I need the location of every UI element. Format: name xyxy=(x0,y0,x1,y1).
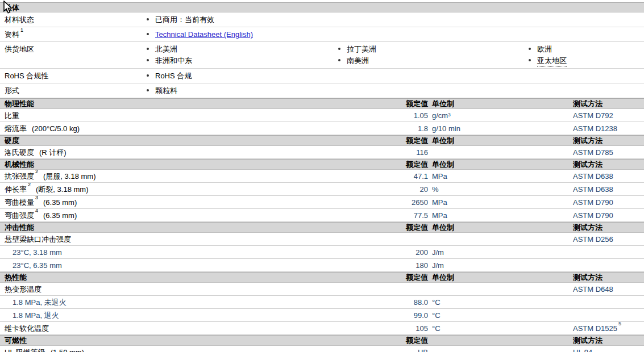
test-method-header: 测试方法 xyxy=(572,336,644,345)
section-title: 物理性能 xyxy=(0,99,401,108)
test-method-header: 测试方法 xyxy=(572,160,644,169)
test-method-text: ASTM D256 xyxy=(573,235,613,244)
test-method-text: ASTM D790 xyxy=(573,198,613,207)
rated-value-header: 额定值 xyxy=(401,136,428,145)
property-condition: (屈服, 3.18 mm) xyxy=(43,172,95,181)
section-header: 机械性能额定值单位制测试方法 xyxy=(0,159,644,170)
section-title: 可燃性 xyxy=(0,336,401,345)
test-method-header: 测试方法 xyxy=(572,223,644,232)
property-label-text: 热变形温度 xyxy=(5,285,41,294)
bullet-icon xyxy=(529,48,531,50)
test-method-text: ASTM D1238 xyxy=(573,124,617,133)
bullet-item: Technical Datasheet (English) xyxy=(147,29,338,40)
property-label: 23°C, 3.18 mm xyxy=(0,246,401,258)
property-label: RoHS 合规性 xyxy=(0,70,147,81)
property-value: 77.5 xyxy=(401,209,428,221)
unit-system-header: 单位制 xyxy=(428,273,572,282)
property-label: 熔流率(200°C/5.0 kg) xyxy=(0,123,401,135)
property-condition: (6.35 mm) xyxy=(43,211,77,220)
property-label-text: UL 阻燃等级 xyxy=(5,348,45,352)
property-label-text: 形式 xyxy=(5,86,19,95)
property-condition: (R 计秤) xyxy=(39,148,67,157)
rated-value-header: 额定值 xyxy=(401,336,428,345)
property-row: 弯曲模量3(6.35 mm)2650MPaASTM D790 xyxy=(0,196,644,209)
footnote-sup: 4 xyxy=(35,208,38,213)
property-label: 抗张强度2(屈服, 3.18 mm) xyxy=(0,170,401,182)
property-label: 形式 xyxy=(0,85,147,96)
general-row: 资料1Technical Datasheet (English) xyxy=(0,27,644,42)
property-label: 比重 xyxy=(0,110,401,121)
property-value: 116 xyxy=(401,146,428,158)
footnote-sup: 2 xyxy=(28,182,31,187)
bullet-item: RoHS 合规 xyxy=(147,70,338,82)
property-label: 维卡软化温度 xyxy=(0,322,401,334)
property-row: 维卡软化温度105°CASTM D15255 xyxy=(0,322,644,335)
property-condition: (6.35 mm) xyxy=(43,198,77,207)
bullet-icon xyxy=(338,48,340,50)
bullet-column: Technical Datasheet (English) xyxy=(147,29,338,40)
property-label-text: 洛氏硬度 xyxy=(5,148,34,157)
test-method-header: 测试方法 xyxy=(572,273,644,282)
rated-value-header: 额定值 xyxy=(401,273,428,282)
property-value: 1.05 xyxy=(401,110,428,121)
property-condition: (断裂, 3.18 mm) xyxy=(36,185,88,194)
bullet-icon xyxy=(338,59,340,61)
property-label: 弯曲强度4(6.35 mm) xyxy=(0,209,401,221)
property-row: 伸长率2(断裂, 3.18 mm)20%ASTM D638 xyxy=(0,183,644,196)
test-method: ASTM D15255 xyxy=(572,322,644,334)
property-label: 1.8 MPa, 退火 xyxy=(0,309,401,321)
property-label: 弯曲模量3(6.35 mm) xyxy=(0,196,401,208)
unit-system-header: 单位制 xyxy=(428,223,572,232)
bullet-icon xyxy=(147,33,149,35)
test-method-text: ASTM D1525 xyxy=(573,324,617,333)
bullet-item: 颗粒料 xyxy=(147,85,338,97)
property-row: 1.8 MPa, 未退火88.0°C xyxy=(0,296,644,309)
material-datasheet: 总体 材料状态已商用：当前有效资料1Technical Datasheet (E… xyxy=(0,0,644,352)
test-method: UL 94 xyxy=(572,346,644,352)
property-row: 热变形温度ASTM D648 xyxy=(0,283,644,296)
property-label-text: 弯曲模量 xyxy=(5,198,34,207)
bullet-column: 拉丁美洲南美洲 xyxy=(338,44,529,66)
bullet-icon xyxy=(147,18,149,20)
bullet-item: 已商用：当前有效 xyxy=(147,14,338,26)
test-method-text: ASTM D638 xyxy=(573,172,613,181)
bullet-icon xyxy=(147,74,149,77)
section-header: 物理性能额定值单位制测试方法 xyxy=(0,98,644,109)
property-value: 88.0 xyxy=(401,296,428,308)
unit-system-header: 单位制 xyxy=(428,136,572,145)
property-label-text: 1.8 MPa, 退火 xyxy=(13,311,59,320)
property-label: 伸长率2(断裂, 3.18 mm) xyxy=(0,183,401,195)
property-label: 洛氏硬度(R 计秤) xyxy=(0,146,401,158)
property-row: 熔流率(200°C/5.0 kg)1.8g/10 minASTM D1238 xyxy=(0,122,644,135)
general-row: 供货地区北美洲非洲和中东拉丁美洲南美洲欧洲亚太地区 xyxy=(0,42,644,69)
unit-system-header: 单位制 xyxy=(428,99,572,108)
bullet-column: 颗粒料 xyxy=(147,85,338,97)
datasheet-link[interactable]: Technical Datasheet (English) xyxy=(155,29,253,40)
bullet-icon xyxy=(147,59,149,61)
bullet-icon xyxy=(147,89,149,91)
bullet-icon xyxy=(147,48,149,50)
property-label-text: 比重 xyxy=(5,111,19,120)
section-header: 可燃性额定值测试方法 xyxy=(0,335,644,346)
property-row: UL 阻燃等级(1.59 mm)HBUL 94 xyxy=(0,346,644,352)
bullet-column: 已商用：当前有效 xyxy=(147,14,338,26)
property-label-text: 悬壁梁缺口冲击强度 xyxy=(5,235,71,244)
bullet-text: 欧洲 xyxy=(537,44,552,55)
section-header: 热性能额定值单位制测试方法 xyxy=(0,272,644,283)
property-label: 供货地区 xyxy=(0,44,147,55)
unit-system-header xyxy=(428,336,572,345)
test-method-text: ASTM D648 xyxy=(573,285,613,294)
section-header: 硬度额定值单位制测试方法 xyxy=(0,135,644,146)
test-method: ASTM D790 xyxy=(572,209,644,221)
property-row: 23°C, 3.18 mm200J/m xyxy=(0,246,644,259)
property-row: 弯曲强度4(6.35 mm)77.5MPaASTM D790 xyxy=(0,209,644,222)
property-unit: g/cm³ xyxy=(428,110,572,121)
property-label-text: 23°C, 3.18 mm xyxy=(13,248,62,257)
property-unit: MPa xyxy=(428,209,572,221)
test-method: ASTM D792 xyxy=(572,110,644,121)
property-label-text: 1.8 MPa, 未退火 xyxy=(13,298,67,307)
datasheet-table: 材料状态已商用：当前有效资料1Technical Datasheet (Engl… xyxy=(0,12,644,352)
bullet-item: 北美洲 xyxy=(147,44,338,55)
property-value: 105 xyxy=(401,322,428,334)
bullet-column: RoHS 合规 xyxy=(147,70,338,82)
